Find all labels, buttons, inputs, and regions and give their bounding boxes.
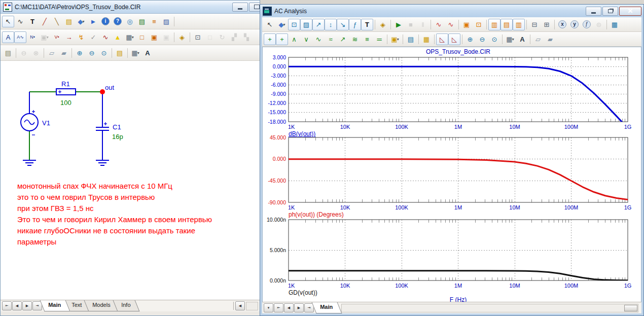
zoom-out-icon[interactable]: ⊖ [476, 33, 488, 45]
cursor-global-high-icon[interactable]: ≋ [349, 33, 361, 45]
minimize-button[interactable] [232, 3, 248, 12]
paste-icon-dropdown[interactable]: ▾ [47, 35, 49, 40]
tile-windows-icon-dropdown[interactable]: ▾ [137, 51, 139, 55]
cursor-bottom-icon[interactable]: ═ [373, 33, 385, 45]
scrollbar-thumb[interactable] [624, 305, 637, 311]
cursor-next-point-icon[interactable]: + [276, 33, 288, 45]
go-to-performance-icon[interactable]: ƒ [581, 19, 593, 30]
cap-ref-label[interactable]: C1 [113, 123, 121, 131]
text-tool-icon[interactable]: T [26, 16, 39, 27]
cursor-mode-icon[interactable]: ↗ [312, 19, 325, 30]
cap-value-label[interactable]: 16p [112, 133, 123, 141]
zoom-window-mode-icon[interactable]: ⊡ [288, 19, 300, 30]
zoom-in-icon[interactable]: ⊕ [74, 47, 86, 59]
grid-icon[interactable]: ▦▾ [124, 31, 136, 43]
source-ref-label[interactable]: V1 [42, 119, 50, 127]
cursor-left-icon[interactable]: ∿ [433, 19, 445, 30]
tab-main[interactable]: Main [312, 302, 342, 313]
numeric-output-icon[interactable]: ▦ [609, 19, 621, 30]
ground-V1[interactable] [23, 160, 36, 165]
split-cross-icon[interactable]: ⊞ [541, 19, 553, 30]
select-tool-icon[interactable]: ↖ [264, 19, 276, 30]
resistor-value-label[interactable]: 100 [60, 99, 71, 107]
find-component-icon[interactable]: ◎ [124, 16, 136, 27]
text-mode-icon[interactable]: T [361, 19, 373, 30]
tab-list-dropdown[interactable]: ▾ [264, 303, 273, 312]
horizontal-scrollbar[interactable] [341, 304, 638, 312]
properties-icon[interactable]: ◈ [176, 31, 188, 43]
show-node-voltages-icon[interactable]: V• [51, 31, 63, 43]
go-to-x-icon[interactable]: x [556, 19, 568, 30]
font-icon[interactable]: A [516, 33, 528, 45]
flag-tool-icon[interactable]: ► [87, 16, 99, 27]
clipboard-copy-icon-dropdown[interactable]: ▾ [397, 37, 399, 42]
formula-text-mode-icon[interactable]: ƒ [349, 19, 361, 30]
shape-tool-icon-dropdown[interactable]: ▾ [82, 19, 84, 24]
show-node-numbers-icon[interactable]: N• [26, 31, 39, 43]
minimize-button[interactable] [586, 7, 601, 16]
plot-panel-1[interactable]: 45.0000.000-45.000-90.0001K10K100K1M10M1… [268, 134, 631, 219]
plot-area[interactable]: 3.0000.000-3.000-6.000-9.000-12.000-15.0… [262, 47, 641, 302]
cursor-peak-icon[interactable]: ∧ [288, 33, 300, 45]
send-back-icon[interactable]: ▰ [544, 33, 556, 45]
clipboard-values-icon[interactable]: ▦ [420, 33, 433, 45]
cursor-low-icon[interactable]: ≈ [325, 33, 337, 45]
panels-vertical-icon[interactable]: ▥ [488, 19, 500, 30]
show-conditions-icon[interactable]: ✓ [87, 31, 99, 43]
restore-button[interactable] [602, 7, 618, 16]
ground-C1[interactable] [96, 160, 109, 165]
data-points-icon[interactable]: ⊡ [473, 19, 485, 30]
tile-windows-icon-dropdown[interactable]: ▾ [512, 37, 514, 42]
model-editor-icon[interactable]: ▤ [136, 16, 148, 27]
maximize-button[interactable] [249, 3, 260, 12]
first-page-button[interactable]: ⇤ [2, 301, 12, 310]
page-properties-icon[interactable]: ▣ [148, 31, 160, 43]
tile-windows-icon[interactable]: ▦▾ [504, 33, 516, 45]
vertical-tag-mode-icon[interactable]: ↕ [325, 19, 337, 30]
next-page-button[interactable]: ▶ [294, 303, 304, 312]
axes-settings-alt-icon[interactable]: ◺ [448, 33, 460, 45]
go-to-y-icon[interactable]: y [568, 19, 581, 30]
info-icon[interactable]: i [99, 16, 112, 27]
help-icon[interactable]: ? [112, 16, 124, 27]
open-folder-icon[interactable]: ▤ [114, 47, 126, 59]
edit-document-icon[interactable]: ▨ [160, 16, 172, 27]
prev-page-button[interactable]: ◀ [284, 303, 294, 312]
axes-settings-icon[interactable]: ◺ [436, 33, 448, 45]
zoom-100-icon[interactable]: ⊙ [488, 33, 500, 45]
cursor-data-points-icon[interactable]: + [264, 33, 276, 45]
annotation-text[interactable]: монотонный спах ФЧХ начинается с 10 МГц … [17, 181, 212, 248]
select-border-icon[interactable]: ⊡ [192, 31, 204, 43]
waveform-label[interactable]: GD(v(out)) [289, 289, 317, 296]
shape-tool-icon[interactable]: ◆▾ [276, 19, 288, 30]
node-dot-out[interactable] [100, 89, 105, 94]
cursor-valley-icon[interactable]: ∨ [300, 33, 312, 45]
tab-main[interactable]: Main [40, 300, 70, 311]
split-horizontal-icon[interactable]: ⊟ [528, 19, 541, 30]
window-rows-icon[interactable]: ≡ [148, 16, 160, 27]
first-page-button[interactable]: ⇤ [274, 303, 283, 312]
cursor-global-low-icon[interactable]: ≡ [361, 33, 373, 45]
info-page-icon[interactable]: ▤ [2, 47, 14, 59]
show-node-names-icon[interactable]: A∿ [14, 31, 26, 43]
panels-horizontal-icon[interactable]: ▤ [500, 19, 513, 30]
clipboard-copy-icon[interactable]: ▣▾ [389, 33, 401, 45]
numeric-list-icon[interactable]: ▤ [405, 33, 417, 45]
send-back-icon[interactable]: ▰ [58, 47, 70, 59]
bring-front-icon[interactable]: ▱ [46, 47, 58, 59]
new-page-icon[interactable]: □ [136, 31, 148, 43]
warning-triangle-icon[interactable]: ▲ [112, 31, 124, 43]
bode-plots[interactable]: 3.0000.000-3.000-6.000-9.000-12.000-15.0… [263, 47, 641, 302]
font-icon[interactable]: A [141, 47, 154, 59]
zoom-in-icon[interactable]: ⊕ [464, 33, 476, 45]
show-attribute-text-icon[interactable]: A [2, 31, 14, 43]
close-button[interactable]: ✕ [619, 7, 641, 16]
node-name-label[interactable]: out [105, 84, 114, 91]
next-page-button[interactable]: ▶ [22, 301, 32, 310]
shape-tool-icon-dropdown[interactable]: ▾ [283, 22, 285, 27]
window-resize-edge[interactable] [1, 311, 260, 315]
prev-page-button[interactable]: ◀ [12, 301, 22, 310]
graph-box-icon[interactable]: ▣ [460, 19, 473, 30]
polyline-tool-icon[interactable]: ╲ [51, 16, 63, 27]
resistor-ref-label[interactable]: R1 [61, 80, 70, 88]
